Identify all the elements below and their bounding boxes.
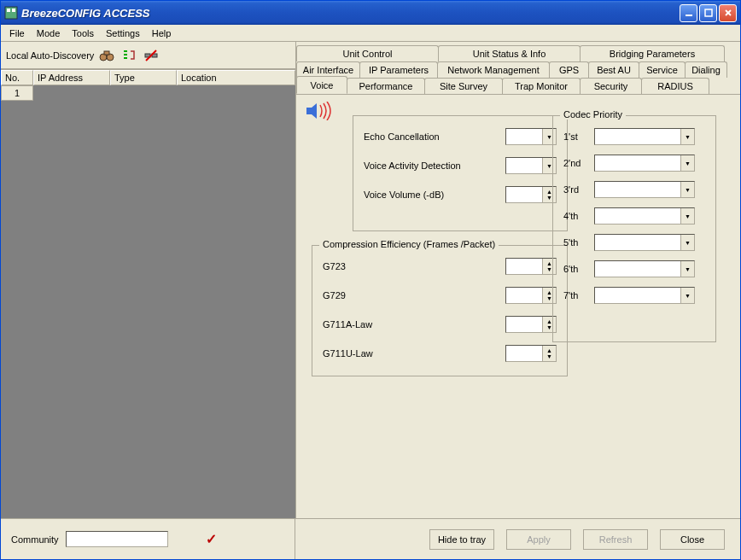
tab-ip-parameters[interactable]: IP Parameters bbox=[359, 61, 438, 78]
col-ip[interactable]: IP Address bbox=[33, 70, 110, 85]
svg-rect-10 bbox=[124, 50, 127, 52]
right-panel: Unit Control Unit Status & Info Bridging… bbox=[295, 42, 740, 518]
codec-3-label: 3'rd bbox=[563, 184, 594, 195]
content: Local Auto-Discovery No. IP Address Type… bbox=[1, 42, 740, 518]
tab-best-au[interactable]: Best AU bbox=[588, 61, 639, 78]
g723-label: G723 bbox=[323, 261, 505, 271]
svg-rect-12 bbox=[124, 57, 127, 59]
g711a-label: G711A-Law bbox=[323, 319, 505, 330]
refresh-list-icon[interactable] bbox=[121, 48, 137, 63]
hide-to-tray-button[interactable]: Hide to tray bbox=[429, 529, 494, 550]
tab-security[interactable]: Security bbox=[580, 78, 642, 94]
binoculars-icon[interactable] bbox=[99, 48, 114, 63]
tab-service[interactable]: Service bbox=[639, 61, 686, 78]
close-app-button[interactable]: Close bbox=[660, 529, 725, 550]
col-type[interactable]: Type bbox=[110, 70, 177, 85]
codec-4-combo[interactable]: ▼ bbox=[594, 207, 695, 225]
tab-unit-control[interactable]: Unit Control bbox=[296, 45, 439, 61]
svg-rect-1 bbox=[7, 9, 10, 12]
g711u-label: G711U-Law bbox=[323, 348, 505, 359]
community-label: Community bbox=[11, 534, 59, 545]
menu-file[interactable]: File bbox=[4, 26, 30, 40]
grid-body[interactable]: 1 bbox=[1, 85, 295, 518]
titlebar: BreezeCONFIG ACCESS bbox=[1, 1, 740, 25]
echo-cancellation-combo[interactable]: ▼ bbox=[505, 128, 557, 145]
menu-help[interactable]: Help bbox=[147, 26, 177, 40]
echo-cancellation-label: Echo Cancellation bbox=[364, 131, 505, 142]
codec-2-combo[interactable]: ▼ bbox=[594, 155, 695, 172]
codec-6-combo[interactable]: ▼ bbox=[594, 260, 695, 277]
app-icon bbox=[4, 6, 18, 20]
tab-site-survey[interactable]: Site Survey bbox=[424, 78, 503, 94]
voice-group: Echo Cancellation ▼ Voice Activity Detec… bbox=[353, 115, 568, 231]
menu-mode[interactable]: Mode bbox=[32, 26, 66, 40]
col-no[interactable]: No. bbox=[1, 70, 33, 85]
codec-1-label: 1'st bbox=[563, 131, 594, 142]
codec-4-label: 4'th bbox=[563, 211, 594, 221]
g729-label: G729 bbox=[323, 290, 505, 300]
codec-1-combo[interactable]: ▼ bbox=[594, 128, 695, 145]
tab-performance[interactable]: Performance bbox=[347, 78, 425, 94]
menu-settings[interactable]: Settings bbox=[101, 26, 145, 40]
codec-2-label: 2'nd bbox=[563, 158, 594, 168]
svg-marker-16 bbox=[306, 103, 317, 119]
compression-group: Compression Efficiency (Frames /Packet) … bbox=[312, 245, 568, 376]
tabs: Unit Control Unit Status & Info Bridging… bbox=[296, 42, 740, 94]
app-window: BreezeCONFIG ACCESS File Mode Tools Sett… bbox=[0, 0, 741, 560]
svg-rect-2 bbox=[12, 9, 15, 12]
voice-volume-label: Voice Volume (-dB) bbox=[364, 190, 505, 200]
compression-group-title: Compression Efficiency (Frames /Packet) bbox=[319, 239, 499, 249]
codec-7-label: 7'th bbox=[563, 290, 594, 300]
codec-7-combo[interactable]: ▼ bbox=[594, 287, 695, 304]
svg-rect-4 bbox=[705, 9, 712, 16]
menubar: File Mode Tools Settings Help bbox=[1, 25, 740, 42]
close-button[interactable] bbox=[719, 4, 737, 22]
tab-dialing[interactable]: Dialing bbox=[685, 61, 727, 78]
minimize-button[interactable] bbox=[680, 4, 697, 22]
vad-label: Voice Activity Detection bbox=[364, 160, 505, 171]
menu-tools[interactable]: Tools bbox=[67, 26, 99, 40]
col-loc[interactable]: Location bbox=[177, 70, 295, 85]
community-input[interactable] bbox=[66, 531, 168, 547]
vad-combo[interactable]: ▼ bbox=[505, 157, 557, 174]
tab-unit-status[interactable]: Unit Status & Info bbox=[438, 45, 581, 61]
tab-trap-monitor[interactable]: Trap Monitor bbox=[502, 78, 581, 94]
left-toolbar: Local Auto-Discovery bbox=[1, 42, 295, 69]
grid-row-1-no[interactable]: 1 bbox=[1, 85, 33, 101]
g711u-spin[interactable]: ▲▼ bbox=[505, 345, 557, 362]
refresh-button[interactable]: Refresh bbox=[583, 529, 648, 550]
tab-bridging-parameters[interactable]: Bridging Parameters bbox=[580, 45, 725, 61]
maximize-button[interactable] bbox=[699, 4, 717, 22]
bottom-bar: Community ✓ Hide to tray Apply Refresh C… bbox=[1, 518, 740, 559]
g711a-spin[interactable]: ▲▼ bbox=[505, 316, 557, 333]
codec-priority-title: Codec Priority bbox=[560, 109, 626, 120]
tab-voice[interactable]: Voice bbox=[296, 76, 347, 94]
svg-rect-9 bbox=[104, 51, 109, 55]
disconnect-icon[interactable] bbox=[143, 48, 159, 63]
tab-radius[interactable]: RADIUS bbox=[641, 78, 709, 94]
tab-network-management[interactable]: Network Management bbox=[437, 61, 550, 78]
grid-header: No. IP Address Type Location bbox=[1, 69, 295, 85]
tab-gps[interactable]: GPS bbox=[549, 61, 589, 78]
codec-5-combo[interactable]: ▼ bbox=[594, 234, 695, 251]
window-title: BreezeCONFIG ACCESS bbox=[21, 7, 680, 20]
check-icon[interactable]: ✓ bbox=[206, 531, 217, 547]
apply-button[interactable]: Apply bbox=[506, 529, 571, 550]
voice-volume-spin[interactable]: ▲▼ bbox=[505, 186, 557, 203]
codec-5-label: 5'th bbox=[563, 237, 594, 248]
codec-3-combo[interactable]: ▼ bbox=[594, 181, 695, 198]
svg-rect-11 bbox=[124, 54, 127, 55]
g723-spin[interactable]: ▲▼ bbox=[505, 258, 557, 275]
g729-spin[interactable]: ▲▼ bbox=[505, 287, 557, 304]
svg-rect-3 bbox=[686, 15, 692, 16]
speaker-icon bbox=[305, 102, 334, 120]
auto-discovery-label: Local Auto-Discovery bbox=[6, 50, 94, 61]
codec-priority-group: Codec Priority 1'st▼ 2'nd▼ 3'rd▼ 4'th▼ 5… bbox=[552, 115, 716, 342]
tab-content-voice: Echo Cancellation ▼ Voice Activity Detec… bbox=[296, 94, 740, 518]
codec-6-label: 6'th bbox=[563, 264, 594, 274]
left-panel: Local Auto-Discovery No. IP Address Type… bbox=[1, 42, 295, 518]
